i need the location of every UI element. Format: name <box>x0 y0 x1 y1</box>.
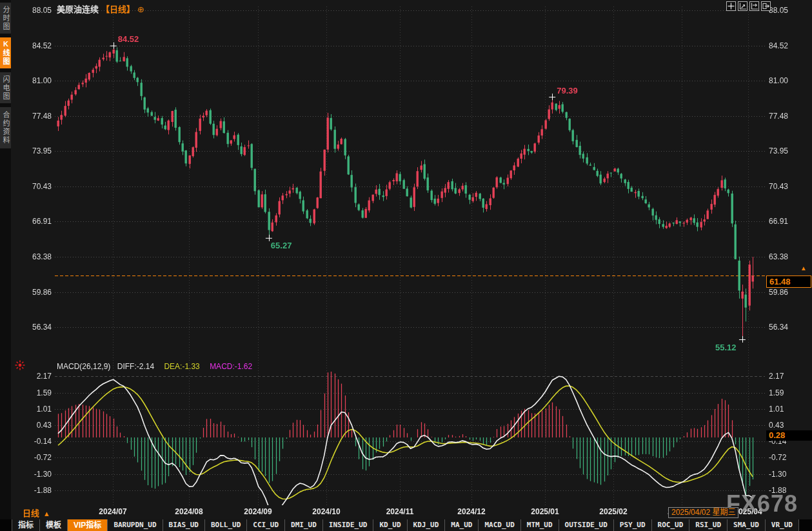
macd-name-label: MACD(26,12,9) <box>57 362 110 371</box>
toolbar-item-macd[interactable]: MACD_UD <box>478 519 520 531</box>
chart-title: 美原油连续【日线】⊕ <box>57 3 144 15</box>
fit-left-axis-icon[interactable] <box>738 1 748 11</box>
sidebar-item-kline-chart[interactable]: K线图 <box>0 37 11 68</box>
toolbar-item-vr[interactable]: VR_UD <box>765 519 799 531</box>
live-indicator-icon <box>14 359 26 371</box>
trading-app-window: 分时图 K线图 闪电图 合约资料 美原油连续【日线】⊕ MACD <box>0 0 812 531</box>
toolbar-item-ma[interactable]: MA_UD <box>444 519 478 531</box>
price-up-arrow-icon: ▲ <box>800 265 807 272</box>
sidebar-item-flash-chart[interactable]: 闪电图 <box>0 72 11 103</box>
crosshair-date-tooltip: 2025/04/02 星期三 <box>668 507 738 518</box>
chart-tools <box>726 1 771 11</box>
indicator-toolbar: 指标 模板 VIP指标 BARUPDN_UD BIAS_UD BOLL_UD C… <box>0 519 812 531</box>
toolbar-item-dmi[interactable]: DMI_UD <box>284 519 322 531</box>
toolbar-item-psy[interactable]: PSY_UD <box>613 519 651 531</box>
toolbar-item-template[interactable]: 模板 <box>39 519 67 531</box>
toolbar-item-indicator[interactable]: 指标 <box>12 519 39 531</box>
exit-right-icon[interactable] <box>761 1 771 11</box>
toolbar-item-vip-indicator[interactable]: VIP指标 <box>67 519 107 531</box>
toolbar-item-outside[interactable]: OUTSIDE_UD <box>559 519 613 531</box>
period-tag: 【日线】 <box>101 5 135 14</box>
macd-macd-value: MACD:-1.62 <box>210 362 252 371</box>
toolbar-item-mtm[interactable]: MTM_UD <box>520 519 559 531</box>
fit-right-axis-icon[interactable] <box>749 1 759 11</box>
macd-dea-value: DEA:-1.33 <box>164 362 199 371</box>
toolbar-item-rsi[interactable]: RSI_UD <box>689 519 727 531</box>
sidebar-item-contract-info[interactable]: 合约资料 <box>0 107 11 148</box>
toolbar-item-kd[interactable]: KD_UD <box>373 519 406 531</box>
period-selector-arrow-icon: ▲ <box>43 510 50 517</box>
pan-crosshair-icon[interactable] <box>726 1 736 11</box>
toolbar-item-bias[interactable]: BIAS_UD <box>163 519 204 531</box>
toolbar-item-barupdn[interactable]: BARUPDN_UD <box>107 519 162 531</box>
toolbar-item-kdj[interactable]: KDJ_UD <box>407 519 445 531</box>
macd-indicator-header: MACD(26,12,9) DIFF:-2.14 DEA:-1.33 MACD:… <box>57 362 252 371</box>
sidebar-item-timeline-chart[interactable]: 分时图 <box>0 3 11 34</box>
macd-current-badge: 0.28 <box>766 430 812 441</box>
chart-canvas[interactable] <box>0 0 812 531</box>
macd-diff-value: DIFF:-2.14 <box>117 362 154 371</box>
toolbar-item-boll[interactable]: BOLL_UD <box>204 519 246 531</box>
toolbar-item-roc[interactable]: ROC_UD <box>651 519 689 531</box>
symbol-name: 美原油连续 <box>57 5 99 14</box>
toolbar-item-cci[interactable]: CCI_UD <box>246 519 284 531</box>
period-selector[interactable]: 日线▲ <box>23 506 50 519</box>
left-sidebar: 分时图 K线图 闪电图 合约资料 <box>0 0 11 531</box>
toolbar-item-inside[interactable]: INSIDE_UD <box>322 519 373 531</box>
toolbar-item-sma[interactable]: SMA_UD <box>727 519 765 531</box>
period-selector-label: 日线 <box>23 508 39 518</box>
add-compare-icon[interactable]: ⊕ <box>137 5 144 14</box>
current-price-badge: 61.48 <box>766 276 811 288</box>
